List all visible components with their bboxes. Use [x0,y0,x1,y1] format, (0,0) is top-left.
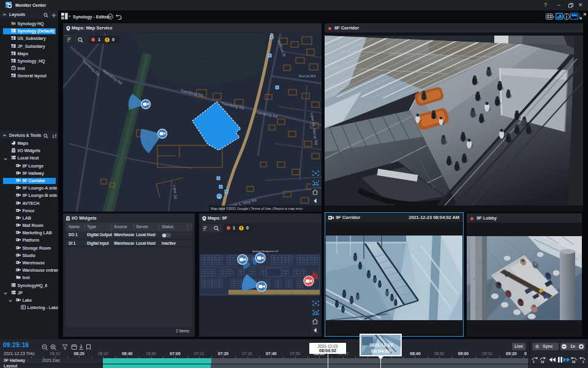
svg-text:1: 1 [582,360,584,364]
svg-text:1: 1 [219,195,221,199]
svg-text:10: 10 [541,360,545,364]
svg-text:10: 10 [572,360,576,364]
svg-text:Ren'ai Rd: Ren'ai Rd [299,74,316,78]
svg-text:Map data ©2021 Google | Terms: Map data ©2021 Google | Terms of Use | R… [211,207,303,210]
svg-text:08:04:02: 08:04:02 [371,348,391,354]
svg-text:1: 1 [533,360,535,364]
svg-text:2021-12-23: 2021-12-23 [369,342,393,348]
svg-text:Synology Headquarters 9F: Synology Headquarters 9F [252,250,279,253]
